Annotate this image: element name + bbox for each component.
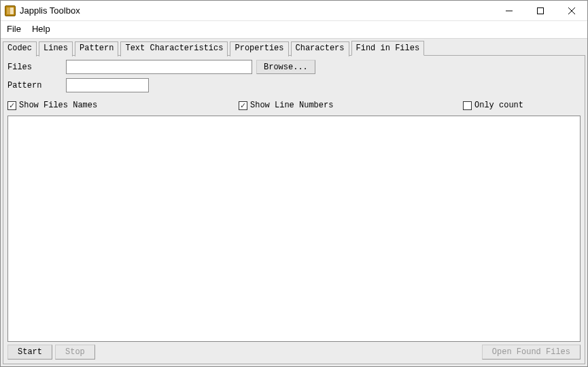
files-input[interactable] bbox=[66, 60, 252, 74]
footer-row: Start Stop Open Found Files bbox=[7, 342, 581, 360]
minimize-icon bbox=[506, 7, 513, 14]
show-files-names-checkbox[interactable] bbox=[7, 101, 16, 110]
titlebar: Japplis Toolbox bbox=[1, 1, 587, 21]
tabstrip: Codec Lines Pattern Text Characteristics… bbox=[3, 41, 585, 56]
menu-file[interactable]: File bbox=[3, 22, 28, 35]
tab-codec[interactable]: Codec bbox=[3, 41, 37, 56]
stop-button[interactable]: Stop bbox=[55, 345, 95, 360]
tab-lines[interactable]: Lines bbox=[39, 41, 73, 56]
app-icon bbox=[5, 5, 16, 16]
tab-panel-find-in-files: Files Browse... Pattern Show Files Names… bbox=[3, 55, 585, 364]
only-count-label: Only count bbox=[474, 101, 523, 110]
options-row: Show Files Names Show Line Numbers Only … bbox=[7, 101, 581, 110]
only-count-checkbox[interactable] bbox=[463, 101, 472, 110]
content-area: Codec Lines Pattern Text Characteristics… bbox=[1, 39, 587, 366]
window-controls bbox=[494, 1, 587, 20]
show-files-names-option[interactable]: Show Files Names bbox=[7, 101, 239, 110]
tab-text-characteristics[interactable]: Text Characteristics bbox=[120, 41, 228, 56]
browse-button[interactable]: Browse... bbox=[256, 60, 315, 74]
show-line-numbers-checkbox[interactable] bbox=[239, 101, 247, 110]
pattern-row: Pattern bbox=[7, 78, 581, 92]
pattern-input[interactable] bbox=[66, 78, 149, 92]
open-found-files-button[interactable]: Open Found Files bbox=[482, 345, 581, 360]
files-label: Files bbox=[7, 63, 66, 72]
close-icon bbox=[568, 7, 575, 14]
window-title: Japplis Toolbox bbox=[20, 5, 494, 16]
show-files-names-label: Show Files Names bbox=[19, 101, 97, 110]
tab-find-in-files[interactable]: Find in Files bbox=[351, 41, 425, 56]
tab-pattern[interactable]: Pattern bbox=[75, 41, 118, 56]
show-line-numbers-label: Show Line Numbers bbox=[250, 101, 333, 110]
pattern-label: Pattern bbox=[7, 81, 66, 90]
maximize-button[interactable] bbox=[525, 1, 556, 20]
start-button[interactable]: Start bbox=[7, 345, 52, 360]
maximize-icon bbox=[537, 7, 544, 14]
svg-rect-1 bbox=[538, 7, 544, 14]
only-count-option[interactable]: Only count bbox=[463, 101, 523, 110]
results-textarea[interactable] bbox=[7, 116, 581, 342]
menu-help[interactable]: Help bbox=[28, 22, 57, 35]
menubar: File Help bbox=[1, 21, 587, 39]
show-line-numbers-option[interactable]: Show Line Numbers bbox=[239, 101, 463, 110]
minimize-button[interactable] bbox=[494, 1, 525, 20]
close-button[interactable] bbox=[556, 1, 587, 20]
tab-properties[interactable]: Properties bbox=[230, 41, 288, 56]
files-row: Files Browse... bbox=[7, 60, 581, 74]
tab-characters[interactable]: Characters bbox=[291, 41, 349, 56]
